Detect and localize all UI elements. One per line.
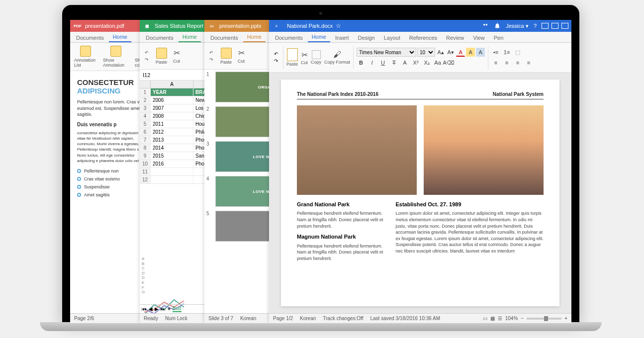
- close-button[interactable]: [561, 23, 568, 29]
- tab-design[interactable]: Design: [354, 33, 379, 42]
- paste-button[interactable]: Paste: [286, 48, 298, 67]
- minimize-button[interactable]: [542, 23, 549, 29]
- annotation-list-button[interactable]: Annotation List: [73, 45, 98, 69]
- wr-filename: National Park.docx: [287, 23, 333, 29]
- view-outline-icon[interactable]: ☰: [498, 316, 502, 321]
- add-sheet-button[interactable]: +: [168, 306, 171, 312]
- spreadsheet-app-icon: ▦: [143, 21, 152, 30]
- zoom-value[interactable]: 104%: [505, 316, 518, 321]
- share-icon[interactable]: [482, 22, 489, 29]
- tab-review[interactable]: Review: [442, 33, 468, 42]
- italic-button[interactable]: I: [368, 58, 376, 67]
- pdf-app-icon: PDF: [73, 21, 82, 30]
- zoom-in-button[interactable]: +: [564, 316, 567, 321]
- image-canyon: [297, 105, 417, 195]
- align-right-button[interactable]: ≡: [513, 58, 522, 67]
- col1-heading: Grand National Park: [297, 201, 386, 208]
- shading-button[interactable]: A: [476, 48, 485, 57]
- change-case-button[interactable]: Aa: [433, 58, 442, 67]
- sheet-nav-first[interactable]: ⏮: [142, 306, 147, 312]
- sheet-nav-prev[interactable]: ◀: [149, 306, 153, 312]
- pp-filename: presentation.pptx: [219, 23, 261, 29]
- tab-documents[interactable]: Documents: [271, 33, 307, 42]
- track-changes-status: Track changes:Off: [323, 316, 363, 321]
- writer-app-icon: ≡: [272, 21, 281, 30]
- font-color-button[interactable]: A: [456, 48, 465, 57]
- numbering-button[interactable]: 1≡: [502, 48, 511, 57]
- wr-status-bar: Page 1/2 Korean Track changes:Off Last s…: [269, 313, 571, 323]
- tab-documents[interactable]: Documents: [72, 33, 108, 42]
- zoom-slider[interactable]: [527, 318, 561, 320]
- multilevel-button[interactable]: ⬚: [513, 48, 522, 57]
- text-effect-button[interactable]: A: [400, 58, 409, 67]
- subscript-button[interactable]: X₂: [422, 58, 431, 67]
- tab-view[interactable]: View: [469, 33, 489, 42]
- tab-documents[interactable]: Documents: [206, 33, 242, 42]
- writer-window: ≡ National Park.docx ☆ Jessica ▾ ?: [269, 20, 571, 323]
- redo-button[interactable]: ↷: [207, 57, 215, 63]
- favorite-star-icon[interactable]: ☆: [336, 22, 341, 29]
- zoom-out-button[interactable]: −: [521, 316, 524, 321]
- wr-ribbon: ↶ ↷ Paste ✂Cut Copy 🖌Copy Format Times N…: [269, 43, 571, 73]
- tab-home[interactable]: Home: [109, 32, 131, 42]
- tab-home[interactable]: Home: [179, 32, 201, 42]
- col1-text2: Pellentesque hendrerit eleifend fermentu…: [297, 243, 386, 262]
- superscript-button[interactable]: X²: [411, 58, 420, 67]
- lang-status: Korean: [300, 316, 316, 321]
- sheet-nav-next[interactable]: ▶: [155, 306, 159, 312]
- page-header-left: The National Park Index 2010-2016: [297, 91, 378, 97]
- font-family-select[interactable]: Times New Roman: [357, 48, 416, 57]
- bell-icon[interactable]: [494, 22, 501, 29]
- wr-tab-strip: Documents Home Insert Design Layout Refe…: [269, 32, 571, 43]
- tab-references[interactable]: References: [405, 33, 441, 42]
- copy-format-button[interactable]: 🖌Copy Format: [324, 50, 350, 65]
- col2-text: Lorem ipsum dolor sit amet, consectetur …: [396, 210, 544, 254]
- strikethrough-button[interactable]: T̶: [389, 58, 398, 67]
- bullets-button[interactable]: •≡: [491, 48, 500, 57]
- last-saved-status: Last saved 3/18/2016 10:36 AM: [370, 316, 440, 321]
- justify-button[interactable]: ≡: [524, 58, 533, 67]
- paste-button[interactable]: Paste: [155, 47, 168, 66]
- tab-home[interactable]: Home: [308, 32, 330, 42]
- cut-button[interactable]: ✂Cut: [172, 47, 181, 65]
- undo-button[interactable]: ↶: [272, 51, 280, 57]
- decrease-font-button[interactable]: A▾: [446, 48, 455, 57]
- sheet-tab[interactable]: Bud: [173, 306, 182, 312]
- increase-font-button[interactable]: A▴: [436, 48, 445, 57]
- undo-button[interactable]: ↶: [143, 50, 151, 56]
- copy-button[interactable]: Copy: [311, 50, 321, 65]
- user-menu[interactable]: Jessica ▾: [506, 23, 529, 29]
- view-print-icon[interactable]: ▭: [483, 316, 487, 321]
- align-left-button[interactable]: ≡: [491, 58, 500, 67]
- underline-button[interactable]: U: [378, 58, 387, 67]
- undo-button[interactable]: ↶: [207, 50, 215, 56]
- wr-document-area[interactable]: The National Park Index 2010-2016 Nation…: [269, 73, 571, 313]
- cut-button[interactable]: ✂Cut: [237, 47, 246, 65]
- image-sunset: [424, 105, 544, 195]
- ss-filename: Sales Status Report: [155, 23, 203, 29]
- sheet-nav-last[interactable]: ⏭: [161, 306, 166, 312]
- wr-title-bar[interactable]: ≡ National Park.docx ☆ Jessica ▾ ?: [269, 20, 571, 32]
- tab-home[interactable]: Home: [243, 32, 266, 42]
- clear-format-button[interactable]: A⌫: [444, 58, 453, 67]
- restore-button[interactable]: [552, 23, 558, 29]
- tab-documents[interactable]: Documents: [142, 33, 178, 42]
- page-header-right: National Park System: [493, 91, 544, 97]
- bold-button[interactable]: B: [357, 58, 366, 67]
- font-size-select[interactable]: 10: [417, 48, 435, 57]
- tab-pen[interactable]: Pen: [490, 33, 508, 42]
- redo-button[interactable]: ↷: [143, 57, 151, 63]
- show-annotation-button[interactable]: Show Annotation: [102, 45, 130, 69]
- redo-button[interactable]: ↷: [272, 58, 280, 64]
- tab-layout[interactable]: Layout: [380, 33, 404, 42]
- col-header[interactable]: A: [151, 81, 193, 88]
- cut-button[interactable]: ✂Cut: [301, 50, 308, 65]
- col-header[interactable]: [140, 81, 151, 88]
- tab-insert[interactable]: Insert: [331, 33, 353, 42]
- highlight-button[interactable]: A: [466, 48, 475, 57]
- align-center-button[interactable]: ≡: [502, 58, 511, 67]
- paste-button[interactable]: Paste: [219, 47, 233, 66]
- cell-ref-input[interactable]: [143, 72, 163, 78]
- help-button[interactable]: ?: [534, 23, 537, 29]
- view-web-icon[interactable]: ▦: [490, 316, 495, 321]
